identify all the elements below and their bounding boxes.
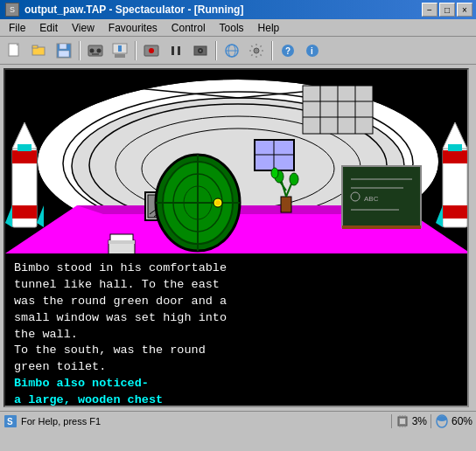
menu-control[interactable]: Control bbox=[164, 20, 213, 36]
svg-rect-90 bbox=[443, 150, 467, 163]
cpu-icon bbox=[396, 414, 410, 428]
toolbar: ? i bbox=[0, 37, 476, 65]
svg-point-24 bbox=[254, 48, 259, 53]
status-divider-1 bbox=[391, 414, 392, 428]
help-text: For Help, press F1 bbox=[21, 416, 101, 427]
svg-rect-87 bbox=[18, 144, 32, 151]
record-button[interactable] bbox=[140, 39, 163, 62]
tape-button[interactable] bbox=[84, 39, 107, 62]
reel-button[interactable] bbox=[189, 39, 212, 62]
svg-point-15 bbox=[149, 48, 154, 53]
svg-rect-79 bbox=[110, 234, 133, 241]
close-button[interactable]: × bbox=[457, 3, 472, 17]
svg-rect-98 bbox=[400, 419, 405, 424]
svg-rect-83 bbox=[12, 150, 37, 163]
cpu-value: 3% bbox=[412, 415, 427, 427]
svg-text:ABC: ABC bbox=[364, 195, 379, 203]
text-area: Bimbo stood in his comfortable tunnel li… bbox=[5, 253, 469, 407]
svg-rect-59 bbox=[342, 226, 421, 229]
status-memory: 60% bbox=[435, 414, 472, 428]
memory-value: 60% bbox=[452, 415, 472, 427]
status-divider-2 bbox=[430, 414, 431, 428]
menu-help[interactable]: Help bbox=[251, 20, 287, 36]
game-scene-svg: ABC bbox=[5, 70, 469, 253]
svg-point-67 bbox=[215, 200, 220, 205]
window-controls: − □ × bbox=[422, 3, 472, 17]
open-button[interactable] bbox=[28, 39, 51, 62]
help-icon-button[interactable]: ? bbox=[276, 39, 299, 62]
separator-3 bbox=[215, 41, 217, 60]
svg-rect-13 bbox=[118, 45, 122, 52]
menu-edit[interactable]: Edit bbox=[32, 20, 65, 36]
game-screen[interactable]: ABC bbox=[4, 68, 469, 407]
menu-bar: File Edit View Favourites Control Tools … bbox=[0, 19, 476, 37]
svg-rect-94 bbox=[448, 144, 462, 151]
svg-text:S: S bbox=[7, 417, 13, 427]
menu-favourites[interactable]: Favourites bbox=[102, 20, 164, 36]
svg-rect-91 bbox=[443, 205, 467, 219]
game-text-cyan1: Bimbo also noticed- bbox=[14, 376, 462, 392]
svg-rect-5 bbox=[60, 44, 66, 49]
info-button[interactable]: i bbox=[301, 39, 324, 62]
new-button[interactable] bbox=[4, 39, 26, 62]
status-icon: S bbox=[4, 414, 18, 428]
game-text-line7: green toilet. bbox=[14, 359, 462, 376]
memory-icon bbox=[435, 414, 449, 428]
status-help: S For Help, press F1 bbox=[4, 414, 388, 428]
snapshot-button[interactable] bbox=[108, 39, 131, 62]
separator-4 bbox=[271, 41, 273, 60]
game-text-line5: the wall. bbox=[14, 327, 462, 343]
minimize-button[interactable]: − bbox=[422, 3, 438, 17]
svg-text:i: i bbox=[311, 46, 313, 56]
svg-marker-93 bbox=[467, 205, 469, 227]
svg-rect-80 bbox=[108, 240, 135, 244]
menu-tools[interactable]: Tools bbox=[213, 20, 251, 36]
svg-text:?: ? bbox=[285, 46, 290, 56]
svg-point-20 bbox=[200, 50, 201, 52]
svg-rect-71 bbox=[281, 197, 291, 212]
graphics-area: ABC bbox=[5, 70, 469, 253]
svg-point-106 bbox=[437, 416, 447, 421]
game-text-line6: To the south, was the round bbox=[14, 343, 462, 359]
game-text-line1: Bimbo stood in his comfortable bbox=[14, 260, 462, 277]
svg-rect-3 bbox=[32, 45, 38, 48]
game-text-cyan2: a large, wooden chest bbox=[14, 392, 462, 407]
app-icon: S bbox=[5, 3, 19, 17]
svg-point-76 bbox=[290, 173, 298, 185]
title-bar: S output_paw.TAP - Spectaculator - [Runn… bbox=[0, 0, 476, 19]
svg-rect-6 bbox=[59, 51, 69, 57]
separator-2 bbox=[135, 41, 136, 60]
game-text-line4: small window was set high into bbox=[14, 310, 462, 327]
menu-view[interactable]: View bbox=[65, 20, 102, 36]
svg-rect-10 bbox=[92, 53, 99, 55]
save-button[interactable] bbox=[52, 39, 75, 62]
svg-point-8 bbox=[90, 48, 94, 52]
svg-point-77 bbox=[271, 168, 278, 178]
main-area: ABC bbox=[0, 65, 476, 411]
svg-point-9 bbox=[97, 48, 102, 52]
game-text-line3: was the round green door and a bbox=[14, 294, 462, 310]
game-text-line2: tunnel like hall. To the east bbox=[14, 277, 462, 294]
status-cpu: 3% bbox=[396, 414, 427, 428]
menu-file[interactable]: File bbox=[2, 20, 32, 36]
svg-rect-12 bbox=[115, 54, 125, 58]
svg-rect-0 bbox=[9, 44, 18, 56]
svg-rect-17 bbox=[178, 46, 180, 55]
svg-rect-16 bbox=[172, 46, 174, 55]
svg-rect-84 bbox=[12, 205, 37, 219]
pause-button[interactable] bbox=[164, 39, 187, 62]
window-title: output_paw.TAP - Spectaculator - [Runnin… bbox=[24, 3, 243, 16]
svg-rect-53 bbox=[342, 166, 421, 227]
settings-button[interactable] bbox=[245, 39, 268, 62]
status-bar: S For Help, press F1 3% 60% bbox=[0, 411, 476, 430]
maximize-button[interactable]: □ bbox=[439, 3, 455, 17]
separator-1 bbox=[79, 41, 80, 60]
internet-button[interactable] bbox=[220, 39, 243, 62]
